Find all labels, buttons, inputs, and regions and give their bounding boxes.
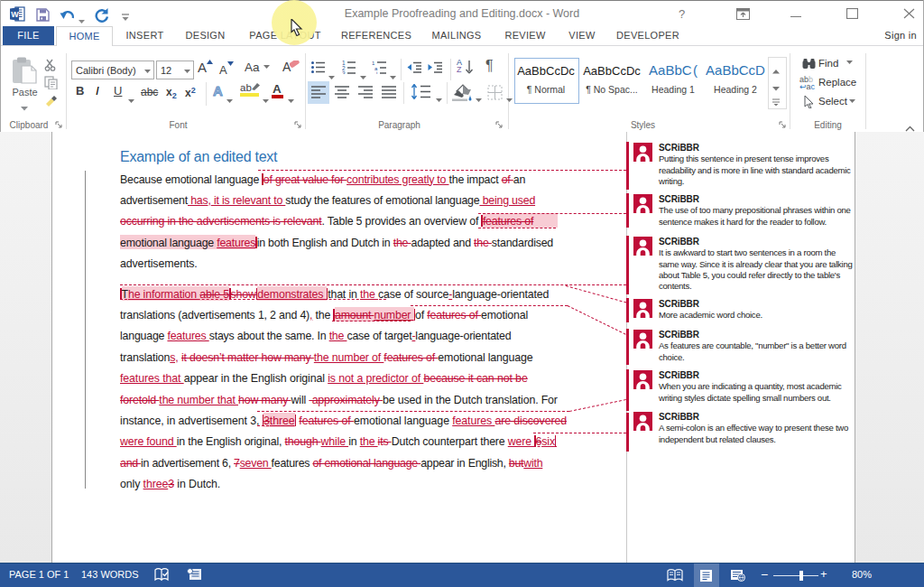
svg-text:i: i: [376, 70, 377, 74]
svg-text:W: W: [11, 10, 19, 19]
svg-text:3: 3: [342, 70, 346, 74]
